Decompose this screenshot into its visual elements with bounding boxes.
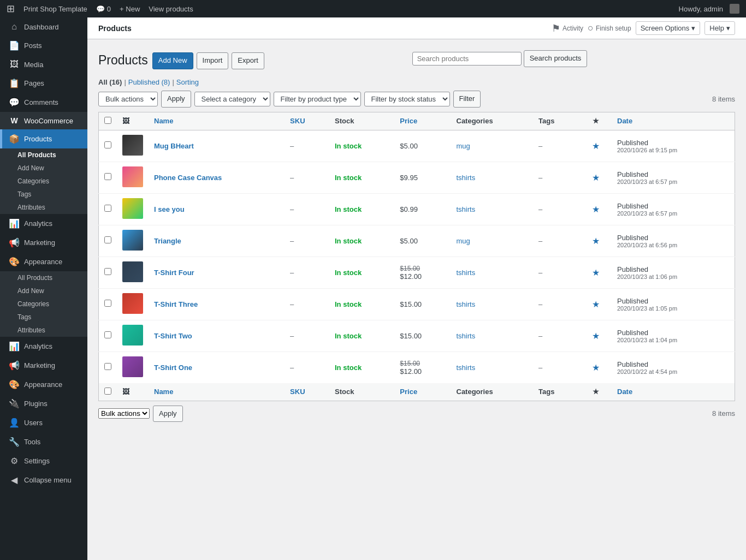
sidebar-item-posts[interactable]: 📄 Posts — [0, 36, 87, 55]
submenu-item-all-products2[interactable]: All Products — [0, 271, 87, 284]
product-star-icon[interactable]: ★ — [592, 173, 600, 182]
sidebar-item-comments[interactable]: 💬 Comments — [0, 93, 87, 112]
import-button[interactable]: Import — [197, 52, 229, 69]
row-checkbox-4[interactable] — [104, 268, 111, 275]
product-name-link[interactable]: T-Shirt Four — [154, 269, 194, 277]
help-button[interactable]: Help ▾ — [704, 21, 735, 35]
sidebar-item-dashboard[interactable]: ⌂ Dashboard — [0, 17, 87, 36]
col-header-price[interactable]: Price — [394, 112, 451, 130]
sidebar-item-analytics[interactable]: 📊 Analytics — [0, 214, 87, 233]
product-star-icon[interactable]: ★ — [592, 205, 600, 214]
sidebar-item-collapse[interactable]: ◀ Collapse menu — [0, 470, 87, 490]
submenu-item-add-new2[interactable]: Add New — [0, 284, 87, 297]
submenu-item-add-new[interactable]: Add New — [0, 162, 87, 175]
view-products-link[interactable]: View products — [149, 5, 193, 13]
product-category-link[interactable]: tshirts — [457, 205, 476, 213]
row-checkbox-5[interactable] — [104, 300, 111, 307]
wp-logo-icon[interactable]: ⊞ — [7, 3, 15, 15]
sidebar-item-plugins[interactable]: 🔌 Plugins — [0, 394, 87, 413]
apply-button-bottom[interactable]: Apply — [153, 406, 183, 422]
product-category-link[interactable]: tshirts — [457, 269, 476, 277]
sidebar-item-analytics2[interactable]: 📊 Analytics — [0, 337, 87, 356]
row-checkbox-1[interactable] — [104, 173, 111, 180]
submenu-item-attributes2[interactable]: Attributes — [0, 324, 87, 337]
product-star-icon[interactable]: ★ — [592, 141, 600, 151]
product-star-icon[interactable]: ★ — [592, 363, 600, 372]
select-all-checkbox-bottom[interactable] — [104, 388, 111, 395]
sidebar-item-products[interactable]: 📦 Products — [0, 129, 87, 148]
product-category-link[interactable]: tshirts — [457, 364, 476, 372]
col-header-sku[interactable]: SKU — [285, 112, 329, 130]
site-name[interactable]: Print Shop Template — [23, 5, 87, 13]
product-category-link[interactable]: tshirts — [457, 332, 476, 340]
product-category-link[interactable]: tshirts — [457, 174, 476, 182]
product-name-link[interactable]: Phone Case Canvas — [154, 174, 222, 182]
col-footer-price[interactable]: Price — [394, 383, 451, 401]
product-category-link[interactable]: tshirts — [457, 300, 476, 308]
category-filter-select[interactable]: Select a category — [194, 92, 270, 106]
product-name-link[interactable]: Mug BHeart — [154, 142, 194, 150]
comments-widget[interactable]: 💬 0 — [96, 5, 111, 13]
sidebar-item-media[interactable]: 🖼 Media — [0, 55, 87, 74]
col-footer-name[interactable]: Name — [149, 383, 285, 401]
filter-published[interactable]: Published (8) — [128, 78, 170, 86]
sidebar-item-tools[interactable]: 🔧 Tools — [0, 432, 87, 451]
row-checkbox-7[interactable] — [104, 363, 111, 370]
stock-status-filter-select[interactable]: Filter by stock status — [364, 92, 450, 106]
sidebar-item-appearance2[interactable]: 🎨 Appearance — [0, 375, 87, 394]
submenu-item-tags[interactable]: Tags — [0, 188, 87, 201]
search-button[interactable]: Search products — [524, 50, 588, 67]
row-img — [117, 193, 149, 225]
sidebar-item-marketing2[interactable]: 📢 Marketing — [0, 356, 87, 375]
search-input[interactable] — [412, 52, 522, 65]
col-footer-date[interactable]: Date — [612, 383, 735, 401]
bulk-actions-select-bottom[interactable]: Bulk actions — [98, 408, 150, 419]
product-name-link[interactable]: Triangle — [154, 237, 181, 245]
row-checkbox-3[interactable] — [104, 236, 111, 243]
product-category-link[interactable]: mug — [457, 142, 470, 150]
submenu-item-categories[interactable]: Categories — [0, 175, 87, 188]
sidebar-item-settings[interactable]: ⚙ Settings — [0, 451, 87, 470]
export-button[interactable]: Export — [232, 52, 264, 69]
sidebar-item-marketing[interactable]: 📢 Marketing — [0, 233, 87, 252]
product-star-icon[interactable]: ★ — [592, 268, 600, 277]
col-header-date[interactable]: Date — [612, 112, 735, 130]
activity-button[interactable]: ⚑ Activity — [552, 22, 583, 34]
sidebar-item-woocommerce[interactable]: W WooCommerce — [0, 112, 87, 129]
product-tags: – — [538, 142, 542, 150]
product-star-icon[interactable]: ★ — [592, 331, 600, 341]
sidebar-item-appearance[interactable]: 🎨 Appearance — [0, 252, 87, 271]
row-name: I see you — [149, 193, 285, 225]
sidebar-item-pages[interactable]: 📋 Pages — [0, 74, 87, 93]
product-name-link[interactable]: T-Shirt Three — [154, 300, 198, 308]
bulk-actions-select-top[interactable]: Bulk actions — [98, 92, 158, 106]
submenu-item-attributes[interactable]: Attributes — [0, 201, 87, 214]
sidebar-item-users[interactable]: 👤 Users — [0, 413, 87, 432]
submenu-item-categories2[interactable]: Categories — [0, 297, 87, 311]
add-new-button[interactable]: Add New — [152, 52, 193, 69]
product-name-link[interactable]: T-Shirt One — [154, 364, 192, 372]
finish-setup-button[interactable]: ○ Finish setup — [588, 22, 631, 34]
product-type-filter-select[interactable]: Filter by product type — [274, 92, 361, 106]
row-checkbox-0[interactable] — [104, 141, 111, 148]
row-checkbox-6[interactable] — [104, 331, 111, 338]
product-star-icon[interactable]: ★ — [592, 300, 600, 309]
product-name-link[interactable]: T-Shirt Two — [154, 332, 192, 340]
new-content-button[interactable]: + New — [120, 5, 140, 13]
apply-button-top[interactable]: Apply — [161, 91, 191, 108]
filter-button-top[interactable]: Filter — [453, 91, 481, 108]
activity-icon: ⚑ — [552, 22, 560, 34]
filter-all[interactable]: All (16) — [98, 78, 122, 86]
submenu-item-tags2[interactable]: Tags — [0, 311, 87, 324]
screen-options-button[interactable]: Screen Options ▾ — [636, 21, 701, 35]
product-star-icon[interactable]: ★ — [592, 236, 600, 246]
col-footer-sku[interactable]: SKU — [285, 383, 329, 401]
product-name-link[interactable]: I see you — [154, 205, 185, 213]
product-category-link[interactable]: mug — [457, 237, 470, 245]
comment-icon: 💬 — [96, 5, 105, 13]
row-checkbox-2[interactable] — [104, 205, 111, 212]
filter-sorting[interactable]: Sorting — [176, 78, 199, 86]
submenu-item-all-products[interactable]: All Products — [0, 148, 87, 162]
col-header-name[interactable]: Name — [149, 112, 285, 130]
select-all-checkbox-top[interactable] — [104, 117, 111, 124]
